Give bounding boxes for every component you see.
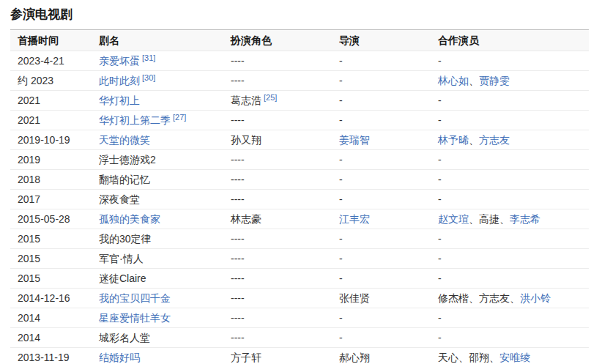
cell-drama-title: 浮士德游戏2 (92, 150, 223, 170)
entity-link[interactable]: 我的宝贝四千金 (99, 292, 171, 304)
cell-drama-title: 天堂的微笑 (92, 130, 223, 150)
cell-role: ---- (223, 190, 332, 209)
entity-link[interactable]: 李志希 (510, 213, 540, 225)
entity-link[interactable]: 此时此刻 (99, 75, 140, 86)
cell-text: 2014 (18, 332, 40, 343)
cell-text: - (438, 193, 442, 205)
cell-drama-title: 华灯初上第二季[27] (92, 111, 223, 130)
entity-link[interactable]: 洪小铃 (520, 292, 551, 304)
citation-ref-link[interactable]: [31] (142, 53, 155, 62)
cell-costars: - (431, 111, 589, 130)
cell-premiere-date: 2014 (10, 308, 92, 328)
table-row: 2019-10-19天堂的微笑孙又翔姜瑞智林予晞、方志友 (10, 130, 589, 150)
cell-premiere-date: 2017 (10, 190, 92, 209)
cell-director: - (332, 190, 431, 209)
cell-text: 孙又翔 (231, 134, 261, 146)
cell-costars: - (431, 269, 589, 289)
cell-text: 2015 (18, 233, 40, 245)
entity-link[interactable]: 孤独的美食家 (99, 213, 160, 225)
table-row: 2019浮士德游戏2------ (10, 150, 589, 170)
cell-role: ---- (223, 71, 332, 91)
table-body: 2023-4-21亲爱坏蛋[31]------约 2023此时此刻[30]---… (10, 51, 589, 364)
cell-text: 2013-11-19 (18, 352, 70, 363)
cell-text: 2014 (18, 312, 40, 324)
entity-link[interactable]: 贾静雯 (479, 75, 510, 86)
cell-director: - (332, 91, 431, 111)
entity-link[interactable]: 亲爱坏蛋 (99, 55, 140, 67)
cell-text: - (438, 233, 442, 245)
citation-ref-link[interactable]: [25] (264, 93, 277, 102)
cell-premiere-date: 约 2023 (10, 71, 92, 91)
cell-text: ---- (231, 312, 245, 324)
citation-ref-link[interactable]: [30] (142, 73, 155, 82)
entity-link[interactable]: 天堂的微笑 (99, 134, 150, 146)
cell-text: 2021 (18, 94, 40, 106)
cell-text: - (438, 312, 442, 324)
cell-costars: 修杰楷、方志友、洪小铃 (431, 289, 589, 308)
entity-link[interactable]: 林予晞 (438, 134, 469, 146)
citation-ref-link[interactable]: [27] (173, 113, 186, 122)
cell-text: 天心 (438, 352, 458, 363)
cell-text: 2017 (18, 193, 40, 205)
cell-costars: - (431, 150, 589, 170)
cell-director: 郝心翔 (332, 348, 431, 364)
cell-text: 2018 (18, 174, 40, 185)
cell-text: - (339, 114, 343, 126)
cell-role: ---- (223, 269, 332, 289)
entity-link[interactable]: 星座爱情牡羊女 (99, 312, 171, 324)
table-row: 约 2023此时此刻[30]-----林心如、贾静雯 (10, 71, 589, 91)
cell-text: 迷徒Claire (99, 272, 146, 284)
cell-text: 郝心翔 (339, 352, 370, 363)
cell-text: - (438, 94, 442, 106)
column-header-director: 导演 (332, 30, 431, 51)
cell-text: 修杰楷 (438, 292, 469, 304)
table-row: 2023-4-21亲爱坏蛋[31]------ (10, 51, 589, 71)
entity-link[interactable]: 方志友 (479, 134, 510, 146)
cell-text: - (339, 312, 343, 324)
cell-text: 深夜食堂 (99, 193, 140, 205)
entity-link[interactable]: 姜瑞智 (339, 134, 370, 146)
cell-text: 、 (469, 213, 479, 225)
header-row: 首播时间剧名扮演角色导演合作演员 (10, 30, 589, 51)
cell-text: - (339, 272, 343, 284)
cell-drama-title: 翻墙的记忆 (92, 170, 223, 190)
cell-text: - (438, 114, 442, 126)
cell-role: ---- (223, 328, 332, 348)
cell-role: ---- (223, 150, 332, 170)
cell-text: ---- (231, 55, 245, 67)
cell-drama-title: 华灯初上 (92, 91, 223, 111)
cell-premiere-date: 2014-12-16 (10, 289, 92, 308)
cell-text: - (339, 253, 343, 264)
cell-text: - (339, 94, 343, 106)
cell-text: - (339, 174, 343, 185)
cell-costars: 林予晞、方志友 (431, 130, 589, 150)
cell-role: ---- (223, 51, 332, 71)
entity-link[interactable]: 林心如 (438, 75, 469, 86)
cell-costars: 林心如、贾静雯 (431, 71, 589, 91)
cell-text: 2015 (18, 272, 40, 284)
cell-director: - (332, 308, 431, 328)
cell-text: 方志友 (479, 292, 510, 304)
cell-text: 2015-05-28 (18, 213, 70, 225)
table-row: 2021华灯初上第二季[27]------ (10, 111, 589, 130)
cell-director: - (332, 51, 431, 71)
cell-role: ---- (223, 170, 332, 190)
cell-director: - (332, 170, 431, 190)
cell-role: ---- (223, 249, 332, 269)
cell-role: 方子轩 (223, 348, 332, 364)
cell-role: 孙又翔 (223, 130, 332, 150)
entity-link[interactable]: 安唯绫 (499, 352, 530, 363)
cell-premiere-date: 2014 (10, 328, 92, 348)
cell-premiere-date: 2023-4-21 (10, 51, 92, 71)
cell-text: ---- (231, 233, 245, 245)
entity-link[interactable]: 华灯初上第二季 (99, 114, 171, 126)
entity-link[interactable]: 赵文瑄 (438, 213, 469, 225)
entity-link[interactable]: 结婚好吗 (99, 352, 140, 363)
cell-director: - (332, 328, 431, 348)
table-row: 2015军官·情人------ (10, 249, 589, 269)
cell-role: ---- (223, 111, 332, 130)
cell-text: ---- (231, 75, 245, 86)
cell-costars: - (431, 91, 589, 111)
entity-link[interactable]: 江丰宏 (339, 213, 370, 225)
entity-link[interactable]: 华灯初上 (99, 94, 140, 106)
